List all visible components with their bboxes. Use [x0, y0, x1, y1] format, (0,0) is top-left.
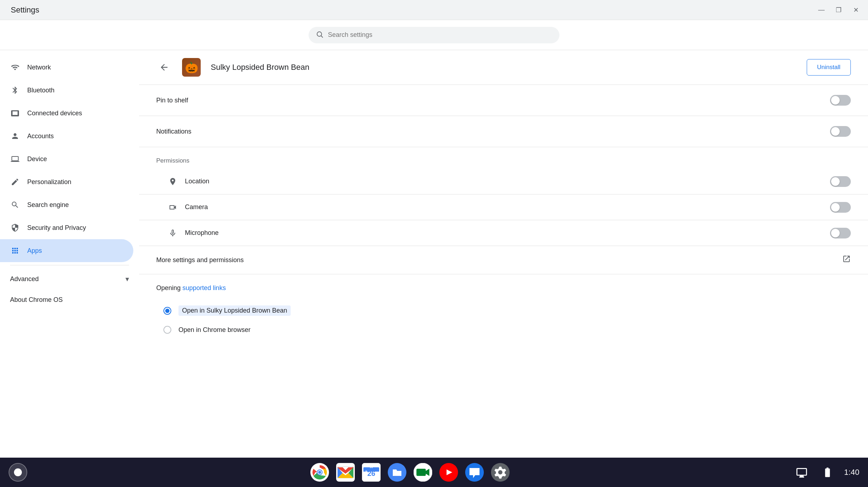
taskbar-app-settings[interactable] — [490, 462, 511, 483]
search-nav-icon — [10, 200, 20, 210]
app-header: 🎃 Sulky Lopsided Brown Bean Uninstall — [139, 50, 868, 85]
notifications-toggle[interactable] — [830, 126, 851, 137]
person-icon — [10, 131, 20, 141]
open-in-app-radio[interactable] — [163, 307, 171, 315]
sidebar-item-security-privacy-label: Security and Privacy — [27, 224, 86, 232]
taskbar-app-gmail[interactable] — [335, 462, 356, 483]
taskbar-center: 31 26 S S — [309, 462, 511, 483]
camera-icon — [168, 202, 178, 212]
camera-row: Camera — [139, 194, 868, 220]
pin-to-shelf-toggle[interactable] — [830, 95, 851, 106]
open-in-app-option[interactable]: Open in Sulky Lopsided Brown Bean — [156, 300, 851, 321]
minimize-button[interactable]: — — [816, 5, 826, 15]
open-in-chrome-option[interactable]: Open in Chrome browser — [156, 321, 851, 339]
permissions-label: Permissions — [156, 157, 190, 164]
app-title: Sulky Lopsided Brown Bean — [211, 63, 797, 72]
search-input[interactable] — [328, 31, 552, 39]
launcher-button[interactable] — [9, 463, 27, 482]
taskbar-app-calendar[interactable]: 31 26 S S — [361, 462, 382, 483]
sidebar-item-personalization-label: Personalization — [27, 178, 71, 186]
maximize-button[interactable]: ❐ — [834, 5, 844, 15]
sidebar-item-device-label: Device — [27, 155, 47, 163]
display-icon[interactable] — [792, 463, 811, 482]
title-bar: Settings — ❐ ✕ — [0, 0, 868, 20]
camera-label: Camera — [185, 203, 208, 211]
open-in-app-label: Open in Sulky Lopsided Brown Bean — [178, 305, 291, 316]
window-controls: — ❐ ✕ — [816, 5, 861, 15]
taskbar: 31 26 S S — [0, 458, 868, 487]
camera-left: Camera — [168, 202, 208, 212]
location-left: Location — [168, 177, 209, 187]
sidebar-item-accounts[interactable]: Accounts — [0, 125, 133, 148]
camera-toggle[interactable] — [830, 202, 851, 213]
sidebar-item-about-chrome-os[interactable]: About Chrome OS — [0, 290, 133, 310]
svg-point-24 — [491, 463, 510, 482]
search-bar — [309, 27, 559, 43]
svg-rect-20 — [416, 469, 426, 476]
open-in-chrome-radio[interactable] — [163, 326, 171, 334]
taskbar-app-meet[interactable] — [412, 462, 434, 483]
sidebar: Network Bluetooth Connected devices — [0, 50, 139, 458]
laptop-icon — [10, 154, 20, 164]
taskbar-app-files[interactable] — [386, 462, 408, 483]
more-settings-row[interactable]: More settings and permissions — [139, 246, 868, 274]
taskbar-left — [9, 463, 27, 482]
opening-prefix: Opening — [156, 284, 182, 291]
back-button[interactable] — [156, 59, 172, 75]
close-button[interactable]: ✕ — [851, 5, 861, 15]
sidebar-item-search-engine-label: Search engine — [27, 201, 69, 209]
time-text: 1:40 — [844, 468, 859, 477]
search-icon — [316, 30, 324, 40]
microphone-label: Microphone — [185, 229, 219, 237]
advanced-label: Advanced — [10, 275, 123, 283]
sidebar-item-search-engine[interactable]: Search engine — [0, 193, 133, 216]
svg-line-1 — [321, 36, 323, 37]
sidebar-item-personalization[interactable]: Personalization — [0, 170, 133, 193]
svg-text:26: 26 — [367, 469, 375, 477]
time-display: 1:40 — [844, 468, 859, 477]
advanced-chevron-icon: ▾ — [125, 275, 129, 283]
external-link-icon — [842, 255, 851, 265]
microphone-icon — [168, 228, 178, 238]
sidebar-item-apps-label: Apps — [27, 247, 42, 255]
sidebar-item-about-label: About Chrome OS — [10, 296, 63, 304]
opening-links-section: Opening supported links Open in Sulky Lo… — [139, 274, 868, 349]
open-in-chrome-label: Open in Chrome browser — [178, 326, 251, 334]
permissions-header: Permissions — [139, 147, 868, 169]
notifications-row: Notifications — [139, 116, 868, 147]
window-title: Settings — [7, 5, 39, 15]
sidebar-item-bluetooth[interactable]: Bluetooth — [0, 79, 133, 102]
uninstall-button[interactable]: Uninstall — [807, 59, 851, 76]
sidebar-item-apps[interactable]: Apps — [0, 239, 133, 262]
sidebar-item-accounts-label: Accounts — [27, 132, 54, 140]
supported-links-link[interactable]: supported links — [182, 284, 226, 291]
taskbar-app-chrome[interactable] — [309, 462, 330, 483]
tablet-icon — [10, 108, 20, 118]
microphone-row: Microphone — [139, 220, 868, 246]
svg-text:31: 31 — [369, 466, 373, 469]
sidebar-item-advanced[interactable]: Advanced ▾ — [0, 268, 139, 290]
pin-to-shelf-row: Pin to shelf — [139, 85, 868, 116]
main-layout: Network Bluetooth Connected devices — [0, 50, 868, 458]
sidebar-item-network[interactable]: Network — [0, 56, 133, 79]
edit-icon — [10, 177, 20, 187]
sidebar-item-bluetooth-label: Bluetooth — [27, 87, 54, 94]
location-toggle[interactable] — [830, 176, 851, 187]
search-bar-container — [0, 20, 868, 50]
bluetooth-icon — [10, 85, 20, 95]
sidebar-item-security-privacy[interactable]: Security and Privacy — [0, 216, 133, 239]
shield-icon — [10, 223, 20, 233]
taskbar-app-youtube[interactable] — [438, 462, 459, 483]
pin-to-shelf-label: Pin to shelf — [156, 97, 188, 104]
sidebar-item-connected-devices[interactable]: Connected devices — [0, 102, 133, 125]
taskbar-app-chat[interactable] — [464, 462, 485, 483]
sidebar-item-device[interactable]: Device — [0, 148, 133, 170]
svg-point-6 — [318, 471, 321, 474]
svg-text:S: S — [365, 470, 367, 473]
more-settings-label: More settings and permissions — [156, 256, 244, 264]
microphone-toggle[interactable] — [830, 228, 851, 238]
sidebar-item-network-label: Network — [27, 64, 51, 71]
location-label: Location — [185, 178, 209, 185]
microphone-left: Microphone — [168, 228, 219, 238]
location-icon — [168, 177, 178, 187]
